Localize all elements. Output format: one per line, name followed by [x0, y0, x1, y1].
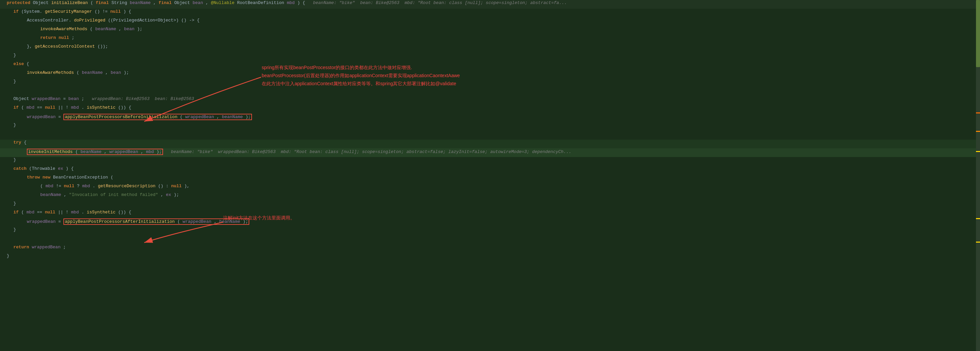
code-line: if ( mbd == null || ! mbd . isSynthetic …	[0, 209, 980, 218]
scrollbar-right[interactable]	[976, 0, 980, 351]
code-line-highlighted: wrappedBean = applyBeanPostProcessorsBef…	[0, 113, 980, 122]
code-line: }	[0, 227, 980, 236]
highlighted-method-init: invokeInitMethods ( beanName , wrappedBe…	[27, 148, 163, 155]
code-line: invokeAwareMethods ( beanName , bean );	[0, 26, 980, 35]
code-line: if ( mbd == null || ! mbd . isSynthetic …	[0, 105, 980, 113]
keyword-protected: protected	[7, 0, 30, 5]
scrollbar-marker-4	[976, 218, 980, 219]
code-line: if (System. getSecurityManager () != nul…	[0, 9, 980, 18]
code-line: return wrappedBean ;	[0, 244, 980, 253]
code-line: }	[0, 78, 980, 87]
code-line: }, getAccessControlContext ());	[0, 44, 980, 53]
method-name: initializeBean	[51, 0, 88, 5]
code-line: }	[0, 122, 980, 131]
scrollbar-marker-3	[976, 151, 980, 152]
code-line: }	[0, 53, 980, 61]
annotation-popup-1: spring所有实现beanPostProcesstor的接口的类都在此方法中做…	[262, 64, 460, 88]
code-line: throw new BeanCreationException (	[0, 174, 980, 183]
code-line: }	[0, 253, 980, 262]
code-line: }	[0, 201, 980, 209]
code-line: else {	[0, 61, 980, 70]
code-line: protected Object initializeBean ( final …	[0, 0, 980, 9]
code-line: AccessController. doPrivileged ((Privile…	[0, 18, 980, 26]
code-editor: protected Object initializeBean ( final …	[0, 0, 980, 351]
code-line: invokeAwareMethods ( beanName , bean );	[0, 70, 980, 78]
scrollbar-marker-1	[976, 112, 980, 113]
code-line: }	[0, 157, 980, 166]
code-line: return null ;	[0, 35, 980, 44]
code-line: ( mbd != null ? mbd . getResourceDescrip…	[0, 183, 980, 192]
annotation-line3: 在此方法中注入applicationContext属性给对应类等等。和sprin…	[262, 81, 456, 86]
code-line: try {	[0, 140, 980, 148]
annotation-popup-2: 注解init方法在这个方法里面调用。	[223, 214, 295, 222]
highlighted-method-after: applyBeanPostProcessorsAfterInitializati…	[64, 219, 249, 225]
code-line-highlighted-after: wrappedBean = applyBeanPostProcessorsAft…	[0, 218, 980, 227]
code-line	[0, 236, 980, 244]
code-line: Object wrappedBean = bean ; wrappedBean:…	[0, 96, 980, 105]
highlighted-method-before: applyBeanPostProcessorsBeforeInitializat…	[64, 114, 252, 120]
code-line-catch: catch (Throwable ex ) {	[0, 166, 980, 174]
annotation-init-text: 注解init方法在这个方法里面调用。	[223, 215, 295, 220]
scrollbar-marker-5	[976, 242, 980, 243]
annotation-line1: spring所有实现beanPostProcesstor的接口的类都在此方法中做…	[262, 65, 412, 70]
annotation-line2: beanPostProcesstor(后置处理器)的作用如application…	[262, 73, 460, 78]
code-line	[0, 87, 980, 96]
code-line	[0, 131, 980, 140]
scrollbar-marker-2	[976, 131, 980, 132]
code-line: beanName , "Invocation of init method fa…	[0, 192, 980, 201]
code-line-invoke-init: invokeInitMethods ( beanName , wrappedBe…	[0, 148, 980, 157]
scrollbar-thumb[interactable]	[976, 0, 980, 67]
